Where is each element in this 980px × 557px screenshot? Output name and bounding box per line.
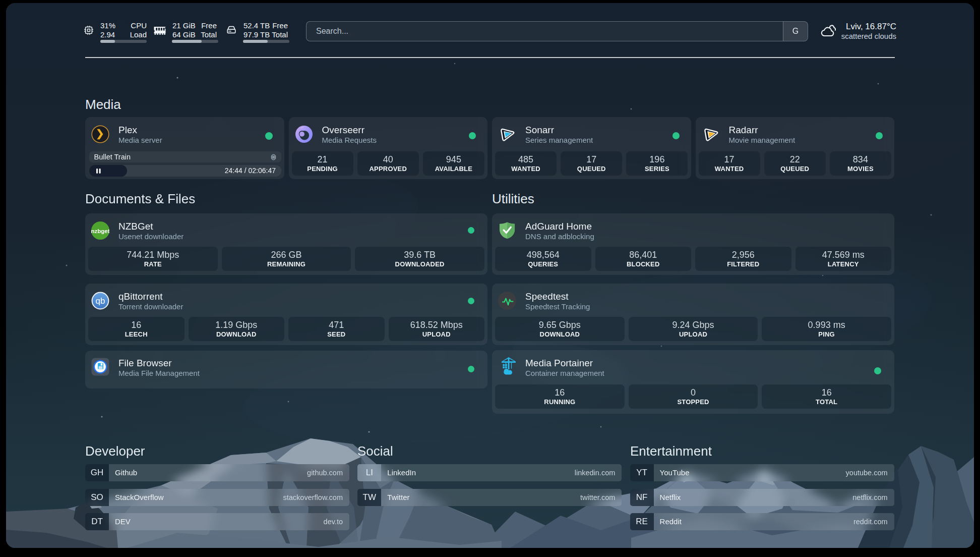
svg-text:qb: qb: [96, 296, 105, 306]
svg-text:nzbget: nzbget: [91, 228, 109, 234]
